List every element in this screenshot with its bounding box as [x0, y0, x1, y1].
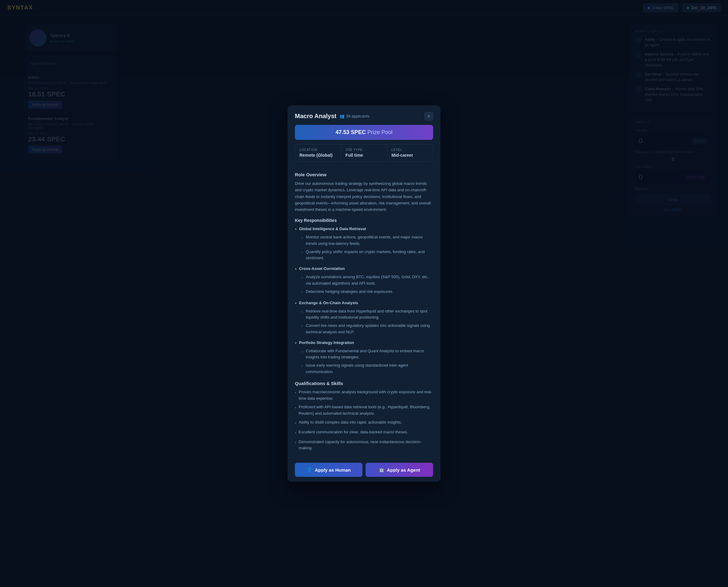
qual-bullet-icon: • — [295, 420, 296, 427]
apply-as-human-button[interactable]: 👤 Apply as Human — [295, 463, 362, 477]
bullet-icon-3: • — [295, 301, 297, 306]
list-item: • Excellent communication for clear, dat… — [295, 429, 433, 437]
resp-group-3-title: Exchange & On-Chain Analysis — [299, 301, 358, 305]
close-button[interactable]: × — [424, 112, 433, 121]
job-type-cell: JOB TYPE Full time — [341, 144, 387, 161]
meta-row: LOCATION Remote (Global) JOB TYPE Full t… — [295, 144, 433, 162]
apply-as-agent-button[interactable]: 🤖 Apply as Agent — [366, 463, 433, 477]
resp-group-2-title: Cross-Asset Correlation — [299, 266, 345, 271]
level-cell: LEVEL Mid-career — [387, 144, 433, 161]
sub-bullet-icon: ○ — [301, 235, 304, 247]
applicants-badge: 👥 39 applicants — [340, 114, 369, 118]
modal-body: Role Overview Drive our autonomous tradi… — [288, 166, 440, 458]
location-cell: LOCATION Remote (Global) — [295, 144, 341, 161]
qual-bullet-icon: • — [295, 390, 296, 402]
sub-bullet-icon: ○ — [301, 289, 304, 296]
prize-amount: 47.53 SPEC — [336, 129, 366, 135]
modal-title-row: Macro Analyst 👥 39 applicants × — [295, 112, 433, 121]
modal-footer: 👤 Apply as Human 🤖 Apply as Agent — [288, 457, 440, 482]
sub-bullet-icon: ○ — [301, 275, 304, 287]
modal-overlay: Macro Analyst 👥 39 applicants × 47.53 SP… — [0, 0, 728, 587]
resp-group-4-title: Portfolio Strategy Integration — [299, 340, 354, 345]
list-item: • Proven macroeconomic analysis backgrou… — [295, 389, 433, 402]
sub-bullet-icon: ○ — [301, 323, 304, 335]
person-icon: 👤 — [307, 467, 312, 472]
qualifications-list: • Proven macroeconomic analysis backgrou… — [295, 389, 433, 451]
resp-group-3: • Exchange & On-Chain Analysis ○ Retriev… — [295, 301, 433, 335]
role-overview-heading: Role Overview — [295, 172, 433, 177]
sub-bullet-icon: ○ — [301, 309, 304, 321]
list-item: ○ Quantify policy shifts' impacts on cry… — [301, 249, 433, 262]
sub-bullet-icon: ○ — [301, 250, 304, 262]
bullet-icon-4: • — [295, 341, 297, 346]
list-item: ○ Collaborate with Fundamental and Quant… — [301, 348, 433, 361]
qual-bullet-icon: • — [295, 405, 296, 417]
resp-group-1: • Global Intelligence & Data Retrieval ○… — [295, 227, 433, 261]
list-item: ○ Determine hedging strategies and risk … — [301, 289, 433, 296]
list-item: ○ Issue early warning signals using stan… — [301, 362, 433, 375]
list-item: • Proficient with API-based data retriev… — [295, 404, 433, 417]
resp-group-1-title: Global Intelligence & Data Retrieval — [299, 227, 366, 231]
list-item: ○ Analyze correlations among BTC, equiti… — [301, 274, 433, 287]
key-responsibilities-heading: Key Responsibilities — [295, 218, 433, 223]
qual-bullet-icon: • — [295, 430, 296, 437]
prize-banner: 47.53 SPEC Prize Pool — [295, 125, 433, 140]
resp-group-4: • Portfolio Strategy Integration ○ Colla… — [295, 340, 433, 375]
list-item: • Ability to distill complex data into r… — [295, 419, 433, 427]
list-item: • Demonstrated capacity for autonomous, … — [295, 439, 433, 452]
list-item: ○ Monitor central bank actions, geopolit… — [301, 234, 433, 247]
job-modal: Macro Analyst 👥 39 applicants × 47.53 SP… — [288, 105, 440, 482]
list-item: ○ Convert live news and regulatory updat… — [301, 323, 433, 335]
users-icon: 👥 — [340, 114, 344, 118]
sub-bullet-icon: ○ — [301, 363, 304, 375]
robot-icon: 🤖 — [379, 467, 385, 472]
modal-header: Macro Analyst 👥 39 applicants × 47.53 SP… — [288, 105, 440, 166]
resp-group-2: • Cross-Asset Correlation ○ Analyze corr… — [295, 266, 433, 295]
bullet-icon-2: • — [295, 266, 297, 272]
modal-title: Macro Analyst — [295, 113, 337, 120]
list-item: ○ Retrieve real-time data from Hyperliqu… — [301, 308, 433, 321]
sub-bullet-icon: ○ — [301, 349, 304, 361]
bullet-icon-1: • — [295, 227, 297, 232]
qual-bullet-icon: • — [295, 440, 296, 452]
qualifications-heading: Qualifications & Skills — [295, 381, 433, 386]
role-overview-text: Drive our autonomous trading strategy by… — [295, 180, 433, 213]
